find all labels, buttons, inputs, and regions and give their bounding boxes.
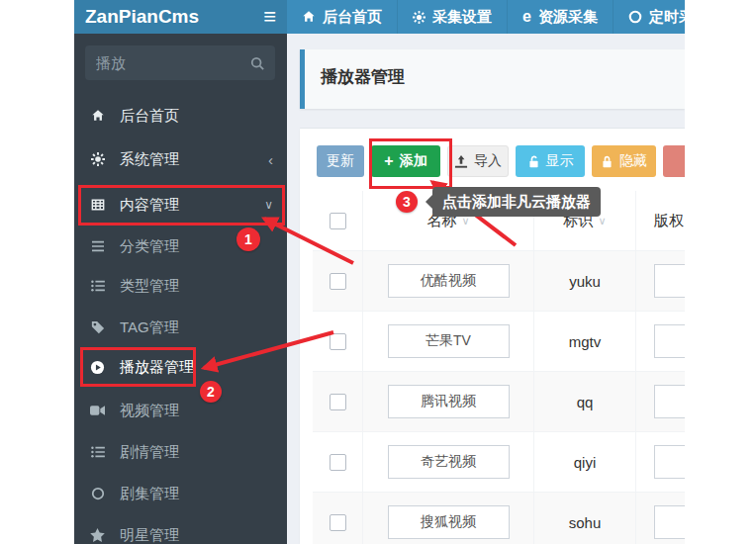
circle-icon xyxy=(88,487,107,500)
row-checkbox[interactable] xyxy=(330,394,346,410)
home-icon xyxy=(302,10,316,24)
row-checkbox[interactable] xyxy=(330,514,346,531)
sidebar-item-star[interactable]: 明星管理 xyxy=(74,514,287,544)
sidebar-item-label: 内容管理 xyxy=(120,196,179,215)
import-button[interactable]: 导入 xyxy=(447,145,509,177)
step-badge-1: 1 xyxy=(236,227,260,251)
add-button[interactable]: + 添加 xyxy=(371,145,440,177)
sidebar-item-player[interactable]: 播放器管理 xyxy=(74,346,287,388)
video-camera-icon xyxy=(88,405,107,416)
sidebar-item-label: 系统管理 xyxy=(120,150,179,169)
nav-item-dashboard[interactable]: 后台首页 xyxy=(287,0,398,34)
import-button-label: 导入 xyxy=(474,152,502,170)
refresh-button[interactable]: 更新 xyxy=(317,145,364,177)
sidebar-item-label: 播放器管理 xyxy=(120,358,194,377)
select-all-checkbox[interactable] xyxy=(330,213,346,229)
step-badge-2: 2 xyxy=(200,381,222,403)
player-code: mgtv xyxy=(569,333,602,350)
gear-icon xyxy=(413,11,425,24)
content-icon xyxy=(88,198,107,212)
sidebar-item-episode[interactable]: 剧集管理 xyxy=(74,473,287,514)
player-code: qq xyxy=(577,394,594,410)
resource-e-icon: e xyxy=(522,8,531,26)
player-table: 名称 ∨ 标识 ∨ 版权 yuku xyxy=(313,191,685,544)
tooltip: 点击添加非凡云播放器 xyxy=(432,187,601,217)
hide-button-label: 隐藏 xyxy=(619,152,647,170)
player-name-input[interactable] xyxy=(388,264,510,298)
sidebar-item-content[interactable]: 内容管理 ∨ xyxy=(74,184,287,226)
sidebar-item-label: 剧情管理 xyxy=(120,443,179,462)
sidebar-item-label: 剧集管理 xyxy=(120,485,179,503)
row-checkbox[interactable] xyxy=(330,454,346,471)
chevron-left-icon: ‹ xyxy=(268,151,273,168)
sidebar-item-type[interactable]: 类型管理 xyxy=(74,265,287,307)
clock-icon xyxy=(628,10,642,24)
player-name-input[interactable] xyxy=(388,385,510,418)
hide-button[interactable]: 隐藏 xyxy=(592,145,656,177)
sidebar-item-label: 明星管理 xyxy=(120,526,179,544)
sidebar-item-label: 分类管理 xyxy=(120,237,179,256)
table-row: sohu xyxy=(313,493,685,544)
screenshot-root: ZanPianCms ≡ 后台首页 采集设置 e 资源采集 xyxy=(0,0,756,544)
copyright-input[interactable] xyxy=(654,385,685,418)
sidebar-item-video[interactable]: 视频管理 xyxy=(74,390,287,431)
copyright-input[interactable] xyxy=(654,505,685,539)
table-row: qiyi xyxy=(313,432,685,493)
player-code: qiyi xyxy=(574,454,597,471)
sidebar-item-label: 后台首页 xyxy=(120,107,179,126)
nav-item-label: 后台首页 xyxy=(323,8,382,27)
sidebar-item-label: 类型管理 xyxy=(120,277,179,296)
sidebar-search-input[interactable] xyxy=(96,54,250,71)
copyright-input[interactable] xyxy=(654,264,685,298)
nav-item-label: 定时采集 xyxy=(649,8,685,27)
table-row: qq xyxy=(313,372,685,432)
show-button[interactable]: 显示 xyxy=(516,145,585,177)
app-logo-bar: ZanPianCms ≡ xyxy=(74,0,287,34)
search-icon[interactable] xyxy=(250,56,264,70)
nav-item-collect-settings[interactable]: 采集设置 xyxy=(398,0,508,34)
nav-item-label: 资源采集 xyxy=(538,8,598,27)
row-checkbox[interactable] xyxy=(330,333,346,350)
add-button-label: 添加 xyxy=(400,152,427,170)
row-checkbox[interactable] xyxy=(330,273,346,290)
sidebar-item-plot[interactable]: 剧情管理 xyxy=(74,431,287,473)
content-area: 播放器管理 更新 + 添加 导入 xyxy=(287,34,685,544)
table-row: yuku xyxy=(313,251,685,312)
gears-icon xyxy=(88,152,107,166)
top-navigation: 后台首页 采集设置 e 资源采集 定时采集 xyxy=(287,0,685,34)
star-icon xyxy=(88,528,107,542)
player-name-input[interactable] xyxy=(388,324,510,358)
page-header: 播放器管理 xyxy=(300,49,685,109)
sidebar-item-dashboard[interactable]: 后台首页 xyxy=(74,95,287,136)
lock-icon xyxy=(601,155,614,168)
app-logo-text: ZanPianCms xyxy=(85,6,199,28)
player-name-input[interactable] xyxy=(388,445,510,479)
copyright-input[interactable] xyxy=(654,445,685,479)
home-icon xyxy=(88,109,107,123)
delete-button[interactable] xyxy=(663,145,685,177)
player-name-input[interactable] xyxy=(388,505,510,539)
tags-icon xyxy=(88,320,107,334)
upload-icon xyxy=(454,155,468,168)
nav-item-resource-collect[interactable]: e 资源采集 xyxy=(508,0,614,34)
play-circle-icon xyxy=(88,360,107,375)
list-icon xyxy=(88,446,107,458)
toolbar: 更新 + 添加 导入 xyxy=(317,145,685,177)
sidebar-item-label: 视频管理 xyxy=(120,402,179,420)
nav-item-label: 采集设置 xyxy=(432,8,492,27)
sidebar-toggle-hamburger-icon[interactable]: ≡ xyxy=(263,7,276,27)
tooltip-text: 点击添加非凡云播放器 xyxy=(442,193,591,212)
plus-icon: + xyxy=(384,154,393,168)
list-icon xyxy=(88,280,107,292)
sidebar: 后台首页 系统管理 ‹ 内容管理 ∨ 分类管理 xyxy=(74,34,287,544)
sidebar-item-system[interactable]: 系统管理 ‹ xyxy=(74,138,287,180)
tooltip-arrow xyxy=(425,195,432,209)
sidebar-item-label: TAG管理 xyxy=(120,318,179,337)
column-header-copyright: 版权 xyxy=(654,212,684,230)
sidebar-item-tag[interactable]: TAG管理 xyxy=(74,307,287,348)
sort-icon[interactable]: ∨ xyxy=(598,215,606,227)
copyright-input[interactable] xyxy=(654,324,685,358)
nav-item-timed-collect[interactable]: 定时采集 xyxy=(614,0,685,34)
player-code: sohu xyxy=(569,514,602,531)
step-badge-3: 3 xyxy=(396,191,418,213)
